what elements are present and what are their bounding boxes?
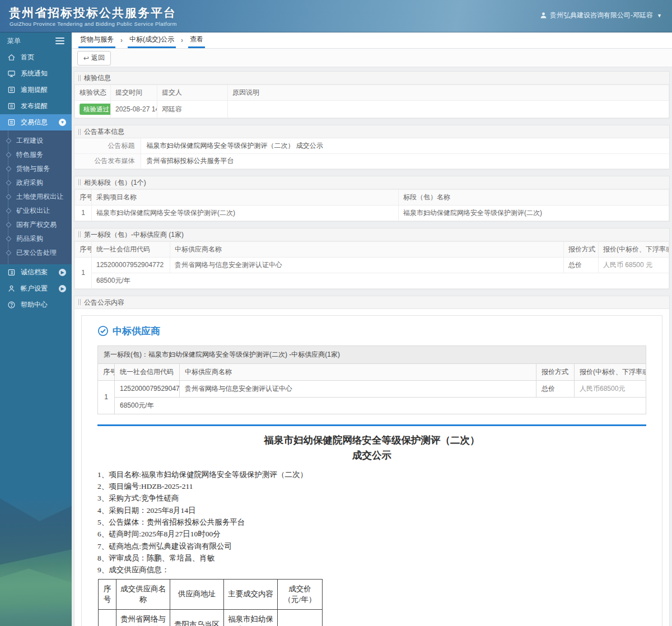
app-subtitle: GuiZhou Province Tendering and Bidding P… bbox=[10, 21, 177, 27]
breadcrumb-award-notice[interactable]: 中标(成交)公示 bbox=[128, 32, 176, 48]
back-icon: ↩ bbox=[83, 54, 89, 62]
sidebar: 菜单 首页 系统通知 逾期提醒 发布提醒 交易信息 ▼ 工程建设特色服务货物与服… bbox=[0, 32, 72, 626]
sidebar-item-publish[interactable]: 发布提醒 bbox=[0, 98, 72, 114]
section-marker-icon bbox=[78, 129, 81, 135]
user-name: 贵州弘典建设咨询有限公司-邓廷容 bbox=[550, 11, 653, 20]
menu-label: 菜单 bbox=[7, 36, 21, 46]
chevron-down-icon: ▼ bbox=[59, 119, 66, 126]
submenu-item[interactable]: 矿业权出让 bbox=[0, 204, 72, 218]
credit-code: 125200007952904772 bbox=[92, 257, 170, 273]
quote-price: 人民币68500元 bbox=[575, 380, 646, 397]
user-menu[interactable]: 贵州弘典建设咨询有限公司-邓廷容 ▼ bbox=[540, 11, 662, 20]
project-name: 福泉市妇幼保健院网络安全等级保护测评(二次) bbox=[92, 205, 399, 221]
chevron-down-icon: ▼ bbox=[657, 13, 662, 18]
breadcrumb-separator bbox=[176, 34, 188, 48]
notice-content-section: 公告公示内容 中标供应商 第一标段(包)：福泉市妇幼保健院网络安全等级保护测评(… bbox=[74, 296, 670, 626]
basic-info-table: 公告标题 福泉市妇幼保健院网络安全等级保护测评（二次） 成交公示 公告发布媒体 … bbox=[74, 138, 669, 169]
supplier-name: 贵州省网络与信息安全测评认证中心 bbox=[116, 609, 170, 626]
supplier-name: 贵州省网络与信息安全测评认证中心 bbox=[170, 257, 564, 273]
related-sections-panel: 相关标段（包）(1个) 序号 采购项目名称 标段（包）名称 1 福泉市妇幼保健院… bbox=[74, 176, 670, 222]
status-badge: 核验通过 bbox=[80, 104, 111, 115]
sidebar-item-overdue[interactable]: 逾期提醒 bbox=[0, 82, 72, 98]
doc-line: 5、公告媒体：贵州省招标投标公共服务平台 bbox=[97, 516, 646, 528]
doc-line: 1、项目名称:福泉市妇幼保健院网络安全等级保护测评（二次） bbox=[97, 469, 646, 480]
deal-content: 福泉市妇幼保健院网络安全等级保护测评 bbox=[224, 609, 278, 626]
submenu-item[interactable]: 药品采购 bbox=[0, 232, 72, 246]
submenu-item[interactable]: 货物与服务 bbox=[0, 162, 72, 176]
sidebar-item-credit-archive[interactable]: 诚信档案 ▶ bbox=[0, 264, 72, 281]
row-no: 1 bbox=[75, 257, 92, 288]
submenu-item[interactable]: 工程建设 bbox=[0, 134, 72, 148]
submit-time: 2025-08-27 14:47 bbox=[111, 101, 157, 118]
quote-method: 总价 bbox=[536, 380, 575, 397]
verify-table: 核验状态 提交时间 提交人 原因说明 核验通过 2025-08-27 14:47… bbox=[74, 85, 669, 118]
doc-line: 8、评审成员：陈鹏、常培昌、肖敏 bbox=[97, 552, 646, 564]
submenu-item[interactable]: 国有产权交易 bbox=[0, 218, 72, 232]
annual-price: 68500元/年 bbox=[115, 397, 646, 414]
quote-method: 总价 bbox=[564, 257, 599, 273]
monitor-icon bbox=[7, 69, 16, 78]
main-content: 货物与服务 中标(成交)公示 查看 ↩ 返回 核验信息 核验状态 提交时间 提交… bbox=[72, 32, 672, 626]
annual-price: 68500元/年 bbox=[92, 273, 669, 288]
section-name: 福泉市妇幼保健院网络安全等级保护测评(二次) bbox=[399, 205, 669, 221]
doc-line: 3、采购方式:竞争性磋商 bbox=[97, 492, 646, 504]
submenu-item[interactable]: 政府采购 bbox=[0, 176, 72, 190]
chevron-right-icon: ▶ bbox=[59, 285, 66, 292]
section-title: 第一标段（包）-中标供应商 (1家) bbox=[84, 228, 184, 241]
basic-info-section: 公告基本信息 公告标题 福泉市妇幼保健院网络安全等级保护测评（二次） 成交公示 … bbox=[74, 125, 670, 170]
submenu-item[interactable]: 已发公告处理 bbox=[0, 246, 72, 260]
breadcrumb-view[interactable]: 查看 bbox=[188, 32, 205, 48]
section-marker-icon bbox=[78, 75, 81, 81]
field-label: 公告标题 bbox=[74, 138, 141, 153]
section-marker-icon bbox=[78, 231, 81, 237]
section-title: 核验信息 bbox=[84, 72, 111, 84]
sidebar-item-notifications[interactable]: 系统通知 bbox=[0, 66, 72, 82]
submenu-item[interactable]: 土地使用权出让 bbox=[0, 190, 72, 204]
table-row: 核验通过 2025-08-27 14:47 邓廷容 bbox=[75, 101, 669, 118]
sidebar-item-help-center[interactable]: 帮助中心 bbox=[0, 297, 72, 313]
document-icon bbox=[7, 118, 16, 127]
winner-section: 第一标段（包）-中标供应商 (1家) 序号 统一社会信用代码 中标供应商名称 报… bbox=[74, 228, 670, 289]
submitter: 邓廷容 bbox=[157, 101, 228, 118]
winner-block-title: 中标供应商 bbox=[97, 325, 646, 338]
document-icon bbox=[7, 102, 16, 110]
user-icon bbox=[540, 12, 547, 19]
table-row: 1 125200007952904772 贵州省网络与信息安全测评认证中心 总价… bbox=[75, 257, 669, 273]
credit-code: 125200007952904772 bbox=[115, 380, 180, 397]
sidebar-item-account-settings[interactable]: 帐户设置 ▶ bbox=[0, 281, 72, 297]
section-title: 公告公示内容 bbox=[84, 296, 124, 309]
table-row: 68500元/年 bbox=[98, 397, 646, 414]
row-no: 1 bbox=[99, 609, 116, 626]
publish-media-value: 贵州省招标投标公共服务平台 bbox=[141, 153, 669, 169]
supplier-name: 贵州省网络与信息安全测评认证中心 bbox=[180, 380, 536, 397]
section-title: 相关标段（包）(1个) bbox=[84, 176, 146, 189]
row-no: 1 bbox=[75, 205, 92, 221]
doc-line: 2、项目编号:HDZB-2025-211 bbox=[97, 480, 646, 492]
supplier-address: 贵阳市乌当区航天大道1号 bbox=[170, 609, 224, 626]
divider bbox=[97, 424, 646, 426]
question-icon bbox=[7, 301, 16, 309]
breadcrumb-goods-services[interactable]: 货物与服务 bbox=[78, 32, 115, 48]
doc-lines-before: 1、项目名称:福泉市妇幼保健院网络安全等级保护测评（二次）2、项目编号:HDZB… bbox=[97, 469, 646, 576]
doc-line: 9、成交供应商信息： bbox=[97, 564, 646, 576]
submenu-item[interactable]: 特色服务 bbox=[0, 148, 72, 162]
notice-table-caption: 第一标段(包)：福泉市妇幼保健院网络安全等级保护测评(二次) -中标供应商(1家… bbox=[97, 345, 646, 363]
hamburger-icon[interactable] bbox=[55, 36, 64, 46]
list-icon bbox=[7, 268, 16, 277]
reason bbox=[228, 101, 669, 118]
notice-winner-table: 序号 统一社会信用代码 中标供应商名称 报价方式 报价(中标价、下浮率或费率) … bbox=[97, 363, 646, 414]
section-marker-icon bbox=[78, 179, 81, 185]
app-header: 贵州省招标投标公共服务平台 GuiZhou Province Tendering… bbox=[0, 0, 672, 32]
sidebar-scenery-image bbox=[0, 498, 72, 626]
app-title: 贵州省招标投标公共服务平台 bbox=[9, 5, 176, 21]
sidebar-item-home[interactable]: 首页 bbox=[0, 49, 72, 66]
toolbar: ↩ 返回 bbox=[72, 49, 672, 67]
sidebar-item-trade-info[interactable]: 交易信息 ▼ bbox=[0, 114, 72, 130]
doc-line: 4、采购日期：2025年8月14日 bbox=[97, 504, 646, 516]
winner-table: 序号 统一社会信用代码 中标供应商名称 报价方式 报价(中标价、下浮率或费率) … bbox=[74, 241, 669, 289]
breadcrumb-separator bbox=[115, 34, 128, 48]
section-title: 公告基本信息 bbox=[84, 125, 124, 138]
doc-title-line1: 福泉市妇幼保健院网络安全等级保护测评（二次） bbox=[97, 433, 646, 448]
back-button[interactable]: ↩ 返回 bbox=[77, 51, 111, 66]
quote-price: 人民币 68500 元 bbox=[599, 257, 669, 273]
